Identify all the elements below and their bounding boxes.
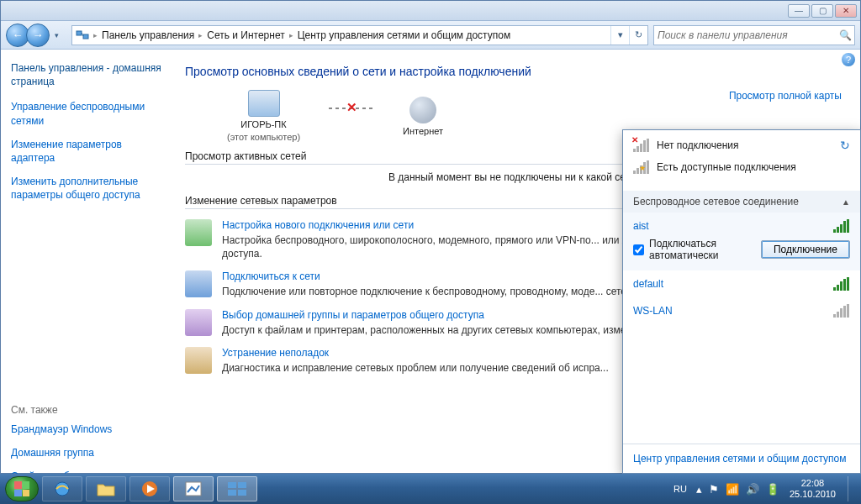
wifi-name: WS-LAN — [633, 305, 827, 317]
node-this-pc: ИГОРЬ-ПК (этот компьютер) — [227, 90, 300, 142]
language-indicator[interactable]: RU — [671, 483, 689, 495]
refresh-networks-button[interactable]: ↻ — [840, 139, 850, 152]
address-bar-row: ← → ▾ ▸ Панель управления ▸ Сеть и Интер… — [1, 21, 860, 50]
tray-volume-icon[interactable]: 🔊 — [746, 483, 759, 496]
wireless-section-label: Беспроводное сетевое соединение — [633, 196, 799, 207]
tray-time: 22:08 — [790, 478, 836, 489]
address-dropdown[interactable]: ▾ — [610, 26, 629, 45]
signal-weak-icon — [833, 304, 850, 318]
crumb-sep: ▸ — [92, 31, 98, 39]
sidebar-link-wireless[interactable]: Управление беспроводными сетями — [11, 100, 163, 127]
taskbar: RU ▴ ⚑ 📶 🔊 🔋 22:08 25.10.2010 — [0, 474, 861, 504]
svg-rect-7 — [238, 482, 246, 488]
page-title: Просмотр основных сведений о сети и наст… — [185, 65, 842, 78]
sidebar-link-firewall[interactable]: Брандмауэр Windows — [11, 423, 163, 436]
troubleshoot-icon — [185, 347, 212, 374]
full-map-link[interactable]: Просмотр полной карты — [729, 90, 842, 102]
signal-strong-icon — [833, 219, 850, 233]
start-button[interactable] — [5, 476, 39, 501]
taskbar-app-2[interactable] — [217, 476, 257, 501]
windows-logo-icon — [14, 481, 29, 496]
close-button[interactable]: ✕ — [835, 4, 857, 18]
taskbar-app-1[interactable] — [173, 476, 214, 501]
wifi-network-aist[interactable]: aist Подключаться автоматически Подключе… — [623, 213, 860, 270]
maximize-button[interactable]: ▢ — [811, 4, 833, 18]
option-troubleshoot-desc: Диагностика и исправление сетевых пробле… — [222, 361, 609, 375]
chevron-up-icon: ▲ — [842, 197, 850, 207]
taskbar-ie[interactable] — [42, 476, 82, 501]
search-box[interactable]: 🔍 — [653, 25, 855, 45]
sidebar-link-sharing[interactable]: Изменить дополнительные параметры общего… — [11, 175, 163, 202]
tray-battery-icon[interactable]: 🔋 — [766, 483, 779, 496]
sidebar: Панель управления - домашняя страница Уп… — [1, 50, 173, 473]
sidebar-home-link[interactable]: Панель управления - домашняя страница — [11, 61, 163, 88]
node-internet: Интернет — [403, 97, 443, 136]
crumb-sep: ▸ — [288, 31, 294, 39]
svg-rect-9 — [238, 490, 246, 496]
tray-network-icon[interactable]: 📶 — [726, 483, 739, 496]
no-connection-label: Нет подключения — [657, 139, 833, 151]
svg-rect-8 — [228, 490, 236, 496]
svg-rect-1 — [83, 34, 88, 39]
signal-strong-icon — [833, 277, 850, 291]
wifi-popup: Нет подключения ↻ Есть доступные подключ… — [622, 129, 861, 474]
tray-date: 25.10.2010 — [790, 489, 836, 500]
auto-connect-checkbox[interactable] — [633, 244, 644, 255]
node-internet-label: Интернет — [403, 126, 443, 136]
disconnected-icon: ✕ — [346, 100, 357, 115]
change-settings-label: Изменение сетевых параметров — [185, 195, 337, 207]
breadcrumb-network-internet[interactable]: Сеть и Интернет — [203, 29, 288, 41]
sidebar-link-homegroup[interactable]: Домашняя группа — [11, 446, 163, 459]
option-troubleshoot-link[interactable]: Устранение неполадок — [222, 347, 609, 359]
svg-rect-6 — [228, 482, 236, 488]
search-input[interactable] — [654, 29, 836, 41]
wifi-network-default[interactable]: default — [623, 270, 860, 297]
breadcrumb-network-center[interactable]: Центр управления сетями и общим доступом — [294, 29, 515, 41]
search-icon: 🔍 — [836, 29, 854, 41]
auto-connect-label: Подключаться автоматически — [649, 238, 756, 262]
available-connections-label: Есть доступные подключения — [657, 161, 850, 173]
signal-available-icon — [633, 160, 650, 174]
tray-clock[interactable]: 22:08 25.10.2010 — [790, 478, 836, 499]
homegroup-icon — [185, 309, 212, 336]
connect-button[interactable]: Подключение — [761, 240, 850, 259]
refresh-button[interactable]: ↻ — [629, 26, 647, 45]
signal-none-icon — [633, 139, 650, 152]
tray-flag-icon[interactable]: ⚑ — [709, 483, 719, 496]
system-tray: RU ▴ ⚑ 📶 🔊 🔋 22:08 25.10.2010 — [671, 476, 856, 501]
connection-line: ✕ — [329, 108, 374, 109]
globe-icon — [409, 97, 436, 123]
node-pc-sublabel: (этот компьютер) — [227, 132, 300, 142]
titlebar: — ▢ ✕ — [1, 1, 860, 21]
tray-chevron-icon[interactable]: ▴ — [696, 483, 702, 496]
active-networks-label: Просмотр активных сетей — [185, 150, 306, 162]
computer-icon — [248, 90, 280, 117]
sidebar-see-also-header: См. также — [11, 404, 163, 416]
wifi-network-wslan[interactable]: WS-LAN — [623, 297, 860, 324]
taskbar-explorer[interactable] — [86, 476, 126, 501]
crumb-sep: ▸ — [198, 31, 203, 39]
wireless-section-header[interactable]: Беспроводное сетевое соединение ▲ — [623, 191, 860, 213]
svg-rect-0 — [77, 31, 82, 35]
forward-button[interactable]: → — [26, 24, 50, 47]
network-center-icon — [74, 27, 91, 44]
breadcrumb-control-panel[interactable]: Панель управления — [98, 29, 198, 41]
help-icon[interactable]: ? — [842, 53, 855, 66]
show-desktop-button[interactable] — [848, 476, 856, 501]
connect-icon — [185, 270, 212, 297]
wifi-name: aist — [633, 220, 827, 232]
address-bar[interactable]: ▸ Панель управления ▸ Сеть и Интернет ▸ … — [71, 25, 648, 45]
node-pc-label: ИГОРЬ-ПК — [240, 119, 286, 129]
new-connection-icon — [185, 219, 212, 246]
sidebar-link-adapter[interactable]: Изменение параметров адаптера — [11, 138, 163, 165]
nav-history-dropdown[interactable]: ▾ — [55, 31, 66, 39]
wifi-name: default — [633, 278, 827, 290]
wifi-footer-link[interactable]: Центр управления сетями и общим доступом — [623, 444, 860, 473]
taskbar-media-player[interactable] — [129, 476, 170, 501]
minimize-button[interactable]: — — [788, 4, 810, 18]
